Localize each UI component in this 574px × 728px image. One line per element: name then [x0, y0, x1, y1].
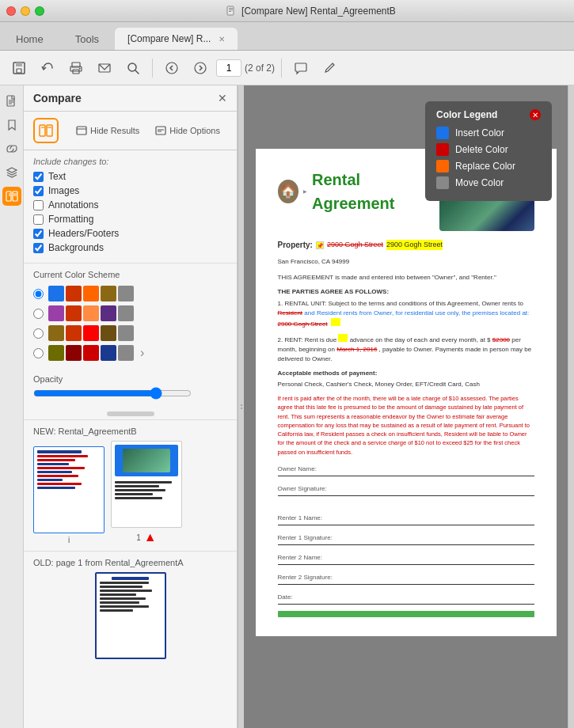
images-checkbox[interactable]: [33, 186, 44, 196]
advance-text: advance on the day of each and every mon…: [350, 336, 491, 343]
formatting-checkbox[interactable]: [33, 214, 44, 225]
swatch-dark-olive: [48, 345, 64, 361]
pen-icon[interactable]: [317, 55, 342, 81]
save-icon[interactable]: [6, 55, 32, 81]
search-icon[interactable]: [120, 55, 146, 81]
include-section: Include changes to: Text Images Annotati…: [24, 150, 237, 263]
svg-rect-5: [16, 63, 22, 66]
address-strike: 2900 Gogh Street: [278, 320, 328, 328]
color-scheme-radio-2[interactable]: [33, 309, 44, 319]
svg-line-13: [135, 70, 139, 74]
color-scheme-row-1: [33, 286, 227, 301]
checkbox-formatting: Formatting: [33, 214, 227, 225]
sidebar-icon-link[interactable]: [2, 139, 21, 158]
swatch-red-2: [66, 305, 82, 321]
renter1-name-line: Renter 1 Name:: [278, 514, 534, 525]
swatch-dark-blue: [101, 345, 116, 361]
sidebar-icon-layers[interactable]: [2, 163, 21, 182]
checkbox-text: Text: [33, 171, 227, 182]
content-area: Color Legend ✕ Insert Color Delete Color…: [244, 85, 568, 728]
tab-compare[interactable]: [Compare New] R... ✕: [115, 28, 238, 50]
thumb-preview-1[interactable]: [111, 441, 182, 528]
prev-page-icon[interactable]: [159, 55, 184, 81]
window-controls[interactable]: [6, 6, 44, 16]
payment-methods: Personal Check, Cashier's Check, Money O…: [278, 380, 534, 389]
date-strike: March 1, 2016: [336, 346, 377, 353]
thumb-preview-i[interactable]: [33, 446, 105, 533]
minimize-button[interactable]: [21, 6, 30, 16]
email-icon[interactable]: [92, 55, 117, 81]
yellow-marker-1: [331, 318, 340, 326]
text-checkbox[interactable]: [33, 172, 44, 182]
thumb-arrow-up: ▲: [144, 530, 157, 544]
city-state: San Francisco, CA 94999: [278, 257, 534, 267]
old-thumbnails-section: OLD: page 1 from Rental_AgreementA: [24, 551, 237, 665]
checkbox-backgrounds: Backgrounds: [33, 242, 227, 253]
swatch-gray-2: [118, 305, 134, 321]
panel-header: Compare ✕: [24, 85, 237, 112]
section2-text: 2. RENT: Rent is due: [278, 336, 339, 343]
hide-options-button[interactable]: Hide Options: [150, 123, 225, 138]
late-fee-section: If rent is paid after the of the month, …: [278, 394, 534, 457]
svg-point-15: [195, 63, 206, 74]
hide-results-button[interactable]: Hide Results: [71, 123, 144, 138]
opacity-label: Opacity: [33, 374, 227, 384]
sidebar-icon-file[interactable]: [2, 92, 21, 111]
legend-close-button[interactable]: ✕: [530, 109, 541, 120]
tab-close-icon[interactable]: ✕: [219, 35, 225, 44]
opacity-slider[interactable]: [33, 387, 192, 400]
page-total: (2 of 2): [245, 63, 275, 74]
undo-icon[interactable]: [35, 55, 60, 81]
svg-rect-33: [156, 127, 165, 135]
next-page-icon[interactable]: [188, 55, 213, 81]
compare-icon-button[interactable]: [33, 118, 59, 143]
scrollbar-thumb[interactable]: [107, 411, 154, 416]
thumb-page-i: i: [68, 536, 70, 544]
maximize-button[interactable]: [35, 6, 44, 16]
tab-tools[interactable]: Tools: [59, 28, 115, 50]
print-icon[interactable]: [63, 55, 89, 81]
doc-arrow-icon: ▶: [303, 188, 307, 195]
backgrounds-checkbox[interactable]: [33, 243, 44, 253]
renter2-name-line: Renter 2 Name:: [278, 553, 534, 565]
swatch-gray-4: [118, 345, 134, 361]
legend-color-replace: [436, 160, 449, 173]
close-button[interactable]: [6, 6, 16, 16]
old-thumb-preview[interactable]: [95, 572, 166, 659]
panel-close-button[interactable]: ✕: [218, 92, 227, 104]
swatch-orange-2: [83, 305, 99, 321]
address-strikethrough: 2900 Gogh Street: [327, 240, 383, 251]
color-scheme-radio-1[interactable]: [33, 289, 44, 299]
page-number-input[interactable]: [216, 59, 241, 77]
checkbox-annotations: Annotations: [33, 199, 227, 210]
resize-handle[interactable]: [238, 85, 244, 728]
tab-home[interactable]: Home: [0, 28, 59, 50]
legend-item-insert: Insert Color: [436, 127, 541, 139]
comment-icon[interactable]: [288, 55, 314, 81]
document-page: 🏠 ▶ Rental Agreement Property: 📌 2900 Go…: [256, 149, 557, 636]
color-scheme-row-4: ›: [33, 345, 227, 361]
svg-rect-1: [229, 8, 233, 9]
property-line: Property: 📌 2900 Gogh Street 2900 Gogh S…: [278, 239, 534, 251]
thumb-page-1: 1: [136, 533, 141, 542]
swatch-dark-purple: [101, 305, 116, 321]
owner-sig-line: Owner Signature:: [278, 484, 534, 496]
headers-footers-checkbox[interactable]: [33, 229, 44, 239]
opacity-section: Opacity: [24, 371, 237, 408]
titlebar: [Compare New] Rental_AgreementB: [0, 0, 574, 22]
color-scheme-radio-4[interactable]: [33, 348, 44, 358]
color-scheme-radio-3[interactable]: [33, 328, 44, 339]
doc-title: Rental Agreement: [312, 168, 431, 215]
annotations-checkbox[interactable]: [33, 200, 44, 210]
right-resize-handle[interactable]: [568, 85, 574, 728]
section1-title: THE PARTIES AGREE AS FOLLOWS:: [278, 287, 534, 297]
svg-rect-27: [40, 125, 45, 136]
color-swatches-4: [48, 345, 134, 361]
svg-rect-0: [227, 6, 234, 15]
more-schemes-button[interactable]: ›: [140, 346, 144, 360]
sidebar-icon-bookmark[interactable]: [2, 116, 21, 135]
color-scheme-title: Current Color Scheme: [33, 270, 227, 279]
sidebar-icon-compare[interactable]: [2, 187, 21, 206]
main-layout: Compare ✕ Hide Results Hide Options Incl…: [0, 85, 574, 728]
amount-strike: $2300: [492, 336, 510, 343]
